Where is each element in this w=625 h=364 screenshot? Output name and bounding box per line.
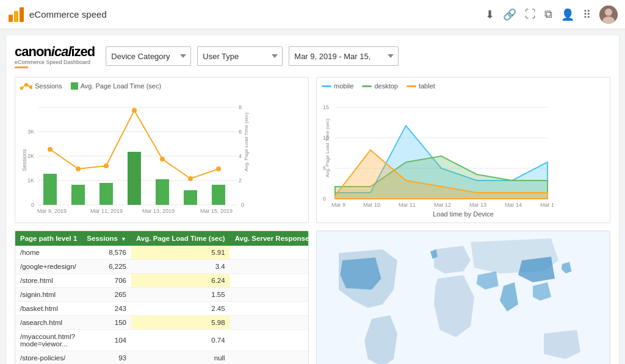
legend-mobile-label: mobile [334,82,353,90]
people-icon[interactable]: 👤 [561,8,574,21]
svg-point-32 [104,163,109,168]
svg-text:1K: 1K [27,177,34,184]
svg-text:2K: 2K [27,153,34,159]
app-title: eCommerce speed [29,9,107,20]
table-row: /store.html 706 6.24 2.66 [15,274,309,288]
user-type-select[interactable]: User Type New User Returning User [197,46,283,66]
download-icon[interactable]: ⬇ [485,8,494,21]
table-row: /google+redesign/ 6,225 3.4 0.74 [15,260,309,274]
grid-icon[interactable]: ⠿ [583,8,591,21]
cell-load: 3.4 [131,260,230,274]
cell-load: 2.45 [131,302,230,316]
table-row: /home 8,576 5.91 0.91 [15,246,309,260]
logo-subtitle: eCommerce Speed Dashboard [15,59,90,65]
area-chart-title: Load time by Device [322,210,605,218]
svg-text:3K: 3K [27,129,34,135]
svg-rect-29 [212,185,225,205]
logo-section: canonicalized eCommerce Speed Dashboard [15,44,95,68]
cell-sessions: 706 [82,274,131,288]
svg-text:0: 0 [323,196,326,202]
svg-text:Mar 11: Mar 11 [399,202,416,208]
svg-text:6: 6 [239,129,242,135]
svg-rect-24 [71,185,85,205]
svg-text:2: 2 [239,177,242,184]
cell-load: 5.91 [131,246,230,260]
legend-tablet-label: tablet [419,82,435,90]
svg-text:Avg. Page Load Time (sec): Avg. Page Load Time (sec) [244,112,249,171]
cell-path: /asearch.html [15,316,82,330]
cell-server: 0.91 [230,246,309,260]
cell-path: /signin.html [15,288,82,302]
avatar[interactable] [599,5,618,24]
cell-sessions: 150 [82,316,131,330]
svg-point-36 [216,166,221,171]
svg-rect-23 [43,174,57,205]
col-load: Avg. Page Load Time (sec) [131,231,230,246]
svg-point-34 [160,157,165,162]
table-row: /signin.html 265 1.55 0.15 [15,288,309,302]
logo-accent-bar [14,66,28,68]
logo-canon: canon [15,44,51,60]
svg-point-35 [188,176,193,181]
cell-server: 0.38 [230,330,309,351]
logo-ical: ical [51,44,71,60]
svg-text:Mar 9: Mar 9 [331,202,345,208]
charts-row: Sessions Avg. Page Load Time (sec) 0 1K … [15,77,610,223]
cell-path: /google+redesign/ [15,260,82,274]
cell-sessions: 6,225 [82,260,131,274]
link-icon[interactable]: 🔗 [503,8,516,21]
cell-server: 0.15 [230,288,309,302]
bottom-row: Page path level 1 Sessions ▼ Avg. Page L… [15,230,610,364]
cell-sessions: 243 [82,302,131,316]
cell-server: 0.92 [230,302,309,316]
svg-rect-25 [99,183,113,205]
svg-text:8: 8 [239,104,242,110]
cell-path: /myaccount.html?mode=viewor... [15,330,82,351]
fullscreen-icon[interactable]: ⛶ [525,8,536,21]
topbar-left: eCommerce speed [7,6,107,23]
cell-path: /basket.html [15,302,82,316]
svg-text:Mar 15: Mar 15 [540,202,554,208]
cell-server: 2.66 [230,274,309,288]
svg-text:Mar 14: Mar 14 [505,202,522,208]
area-chart-svg: 0 5 10 15 [322,92,554,208]
topbar: eCommerce speed ⬇ 🔗 ⛶ ⧉ 👤 ⠿ [0,0,625,29]
svg-point-4 [605,9,612,16]
svg-text:Sessions: Sessions [21,149,27,171]
cell-path: /store.html [15,274,82,288]
cell-load: 0.74 [131,330,230,351]
svg-rect-28 [184,190,197,205]
cell-load: 5.98 [131,316,230,330]
cell-path: /store-policies/ [15,351,82,365]
table-row: /myaccount.html?mode=viewor... 104 0.74 … [15,330,309,351]
table-row: /basket.html 243 2.45 0.92 [15,302,309,316]
svg-point-33 [132,108,137,113]
legend-sessions: Sessions [20,82,62,90]
topbar-right: ⬇ 🔗 ⛶ ⧉ 👤 ⠿ [485,5,618,24]
svg-text:Mar 15, 2019: Mar 15, 2019 [200,208,233,214]
data-table: Page path level 1 Sessions ▼ Avg. Page L… [15,231,309,364]
cell-server: null [230,351,309,365]
world-map-svg [317,231,610,364]
date-range-select[interactable]: Mar 9, 2019 - Mar 15, [289,46,399,66]
legend-sessions-label: Sessions [35,82,62,90]
cell-server: 0.74 [230,260,309,274]
header-row: canonicalized eCommerce Speed Dashboard … [15,44,610,68]
svg-rect-2 [20,7,24,22]
legend-load-label: Avg. Page Load Time (sec) [81,82,161,90]
logo-ized: ized [71,44,95,60]
copy-icon[interactable]: ⧉ [544,8,552,21]
col-sessions[interactable]: Sessions ▼ [82,231,131,246]
world-map-box [316,230,610,364]
svg-text:4: 4 [239,153,242,159]
svg-text:Mar 12: Mar 12 [434,202,451,208]
cell-load: 1.55 [131,288,230,302]
svg-text:0: 0 [31,202,34,208]
bar-line-chart-svg: 0 1K 2K 3K 0 2 4 6 8 [20,92,252,214]
svg-text:Mar 10: Mar 10 [363,202,380,208]
svg-text:15: 15 [323,104,329,110]
legend-mobile: mobile [322,82,353,90]
svg-rect-1 [14,11,18,22]
svg-text:Mar 13, 2019: Mar 13, 2019 [142,208,175,214]
device-category-select[interactable]: Device Category Mobile Desktop Tablet [106,46,191,66]
